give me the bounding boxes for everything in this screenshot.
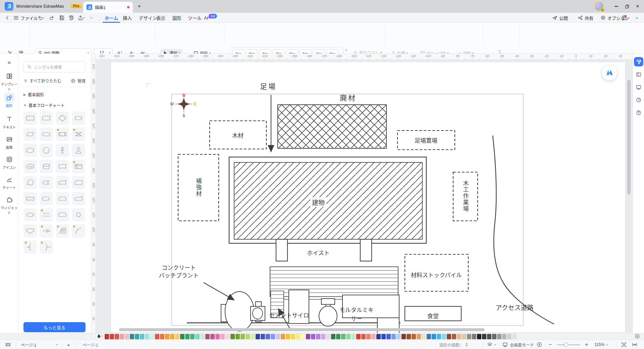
label-scaffold-storage[interactable]: 足場置場 [415,136,437,144]
color-swatch[interactable] [301,334,305,339]
section-basic-flowchart[interactable]: ▼基本フローチャート [23,102,86,108]
shape-user[interactable] [72,144,85,157]
page-selector[interactable]: ページ-1▾ [21,340,58,349]
shape-person[interactable] [56,144,69,157]
color-swatch[interactable] [261,334,265,339]
color-swatch[interactable] [502,334,506,339]
shape-stored-data[interactable] [40,176,53,189]
shape-yes-oval[interactable]: Yes [23,160,37,173]
color-swatch[interactable] [512,334,517,339]
collapse-ribbon-button[interactable] [635,13,639,23]
color-swatch[interactable] [311,334,315,339]
color-swatch[interactable] [286,334,290,339]
color-swatch[interactable] [381,334,386,339]
palette-settings-button[interactable] [635,334,640,339]
label-reinforcement[interactable]: 補強材 [194,178,203,197]
color-swatch[interactable] [150,334,154,339]
layers-button[interactable]: ▾ [487,340,496,349]
color-swatch[interactable] [341,334,345,339]
label-woodwork-area[interactable]: 木工作業場 [461,181,470,212]
label-hoist[interactable]: ホイスト [307,248,330,257]
color-swatch[interactable] [361,334,366,339]
color-swatch[interactable] [351,334,356,339]
horizontal-scrollbar[interactable] [119,328,485,331]
color-swatch[interactable] [256,334,260,339]
restore-button[interactable] [623,3,631,10]
color-swatch[interactable] [230,334,235,339]
label-access-road[interactable]: アクセス道路 [495,303,533,312]
history-panel-button[interactable] [634,95,643,105]
color-swatch[interactable] [175,334,179,339]
color-swatch[interactable] [195,334,200,339]
shape-paper-tape[interactable] [23,192,37,205]
tab-view[interactable]: 表示 [152,13,169,23]
shape-text-annotation[interactable] [56,224,69,238]
vertical-scrollbar[interactable] [627,80,631,195]
color-swatch[interactable] [170,334,174,339]
collapse-panel-button[interactable]: « [0,59,18,66]
color-swatch[interactable] [422,334,426,339]
color-swatch[interactable] [215,334,220,339]
color-swatch[interactable] [190,334,195,339]
shape-display[interactable] [72,111,85,125]
page-tab-active[interactable]: ページ-1 [83,340,98,349]
symbol-search-input[interactable]: シンボルを検索 [23,61,86,72]
shape-arc[interactable] [72,224,85,238]
shape-parallelogram[interactable] [23,128,37,141]
label-mortar-1[interactable]: モルタルミキ [339,305,374,314]
color-swatch[interactable] [145,334,149,339]
minimize-button[interactable] [612,3,621,10]
vertical-ruler[interactable]: -210-200-190-180-170-160-150-140-130-120… [91,60,96,333]
color-swatch[interactable] [271,334,275,339]
format-panel-button[interactable] [634,57,643,66]
tab-insert[interactable]: 挿入 [119,13,136,23]
color-swatch[interactable] [185,334,190,339]
compass-rose[interactable]: N S W E [170,93,197,118]
zoom-in-button[interactable]: + [585,340,588,349]
document-tab[interactable]: E 描画1 [83,2,133,13]
help-button[interactable]: ▾ [621,13,630,23]
pages-overview-button[interactable] [5,340,11,349]
sidebar-item-shapes[interactable]: 図形 [0,93,18,108]
color-swatch[interactable] [336,334,340,339]
color-swatch[interactable] [135,334,139,339]
shape-diamond[interactable] [56,111,69,125]
color-swatch[interactable] [246,334,250,339]
color-swatch[interactable] [376,334,381,339]
color-swatch[interactable] [386,334,391,339]
color-swatch[interactable] [487,334,491,339]
color-swatch[interactable] [155,334,159,339]
shape-loop-limit[interactable] [56,192,69,205]
shape-pentagon[interactable] [23,224,37,238]
shape-delay[interactable] [40,192,53,205]
outline-panel-button[interactable] [634,70,643,79]
back-button[interactable] [5,13,10,23]
play-presentation-button[interactable] [537,340,542,349]
shape-rounded-rectangle[interactable] [40,111,53,125]
color-swatch[interactable] [276,334,280,339]
sidebar-item-charts[interactable]: チャート [0,174,18,190]
zoom-level[interactable]: 115%▾ [594,340,608,349]
color-swatch[interactable] [331,334,335,339]
mortar-mixer-shape[interactable] [319,299,337,326]
color-swatch[interactable] [472,334,476,339]
color-swatch[interactable] [452,334,456,339]
fit-page-button[interactable] [621,340,627,349]
color-swatch[interactable] [346,334,351,339]
color-swatch[interactable] [457,334,461,339]
color-swatch[interactable] [497,334,501,339]
shape-internal-storage[interactable] [72,160,85,173]
label-concrete-1[interactable]: コンクリート [162,263,196,271]
share-button[interactable]: 共有 [578,13,593,23]
color-swatch[interactable] [130,334,134,339]
zoom-out-button[interactable]: − [549,340,552,349]
save-button[interactable] [59,13,64,23]
color-swatch[interactable] [225,334,230,339]
fit-width-button[interactable] [632,340,637,349]
add-page-button[interactable]: + [67,340,70,349]
sidebar-item-icons[interactable]: アイコン [0,154,18,170]
hoist-left-shape[interactable] [276,239,287,261]
color-swatch[interactable] [306,334,310,339]
shape-right-brace[interactable]: text [40,240,53,254]
color-swatch[interactable] [296,334,300,339]
